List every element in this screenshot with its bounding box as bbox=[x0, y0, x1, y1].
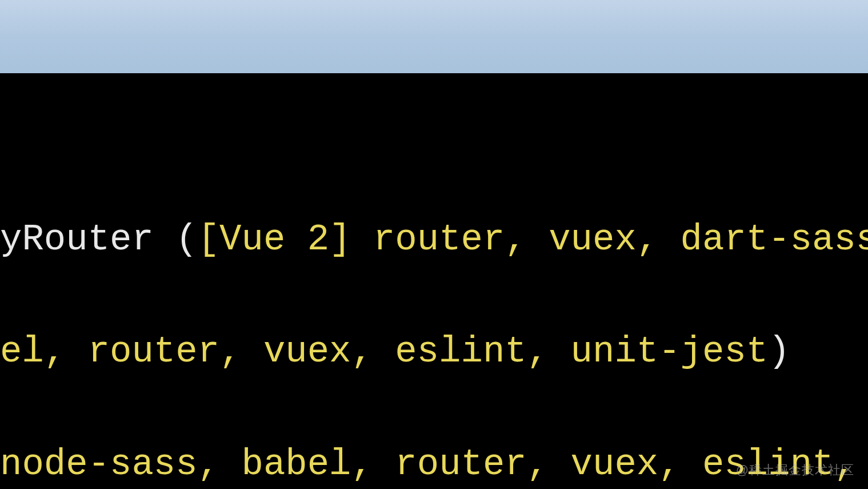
terminal-line: yRouter ([Vue 2] router, vuex, dart-sass… bbox=[0, 221, 868, 259]
terminal-text: [Vue 2] router, vuex, dart-sass, bal bbox=[198, 219, 868, 260]
terminal-container[interactable]: yRouter ([Vue 2] router, vuex, dart-sass… bbox=[0, 73, 868, 489]
terminal-line: el, router, vuex, eslint, unit-jest) bbox=[0, 333, 868, 371]
terminal-content: yRouter ([Vue 2] router, vuex, dart-sass… bbox=[0, 73, 868, 489]
watermark: @稀土掘金技术社区 bbox=[736, 462, 854, 479]
terminal-text: ) bbox=[768, 331, 790, 372]
terminal-text: yRouter ( bbox=[0, 219, 198, 260]
window-titlebar bbox=[0, 0, 868, 73]
terminal-text: el, router, vuex, eslint, unit-jest bbox=[0, 331, 768, 372]
